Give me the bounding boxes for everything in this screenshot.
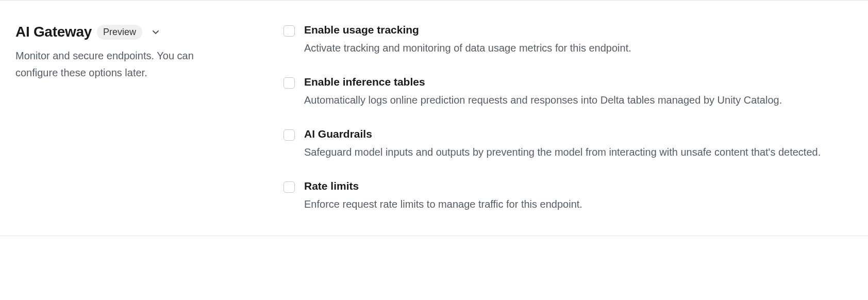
option-description: Activate tracking and monitoring of data… (304, 40, 853, 56)
option-title: Enable usage tracking (304, 24, 853, 36)
option-ai-guardrails: AI Guardrails Safeguard model inputs and… (283, 128, 853, 160)
option-body: AI Guardrails Safeguard model inputs and… (304, 128, 853, 160)
section-header-column: AI Gateway Preview Monitor and secure en… (15, 24, 237, 212)
option-inference-tables: Enable inference tables Automatically lo… (283, 76, 853, 108)
checkbox-rate-limits[interactable] (283, 181, 295, 193)
option-title: Rate limits (304, 180, 853, 192)
option-description: Enforce request rate limits to manage tr… (304, 196, 853, 212)
section-subtitle: Monitor and secure endpoints. You can co… (15, 47, 237, 81)
section-title: AI Gateway (15, 24, 92, 40)
chevron-down-icon (152, 28, 160, 36)
option-body: Enable inference tables Automatically lo… (304, 76, 853, 108)
section-header[interactable]: AI Gateway Preview (15, 24, 237, 40)
option-description: Safeguard model inputs and outputs by pr… (304, 144, 853, 160)
option-title: Enable inference tables (304, 76, 853, 88)
preview-badge: Preview (97, 25, 142, 40)
option-rate-limits: Rate limits Enforce request rate limits … (283, 180, 853, 212)
option-usage-tracking: Enable usage tracking Activate tracking … (283, 24, 853, 56)
checkbox-inference-tables[interactable] (283, 77, 295, 89)
option-description: Automatically logs online prediction req… (304, 92, 853, 108)
option-title: AI Guardrails (304, 128, 853, 140)
option-body: Enable usage tracking Activate tracking … (304, 24, 853, 56)
ai-gateway-section: AI Gateway Preview Monitor and secure en… (0, 0, 868, 236)
options-list: Enable usage tracking Activate tracking … (283, 24, 853, 212)
checkbox-usage-tracking[interactable] (283, 25, 295, 37)
checkbox-ai-guardrails[interactable] (283, 129, 295, 141)
option-body: Rate limits Enforce request rate limits … (304, 180, 853, 212)
